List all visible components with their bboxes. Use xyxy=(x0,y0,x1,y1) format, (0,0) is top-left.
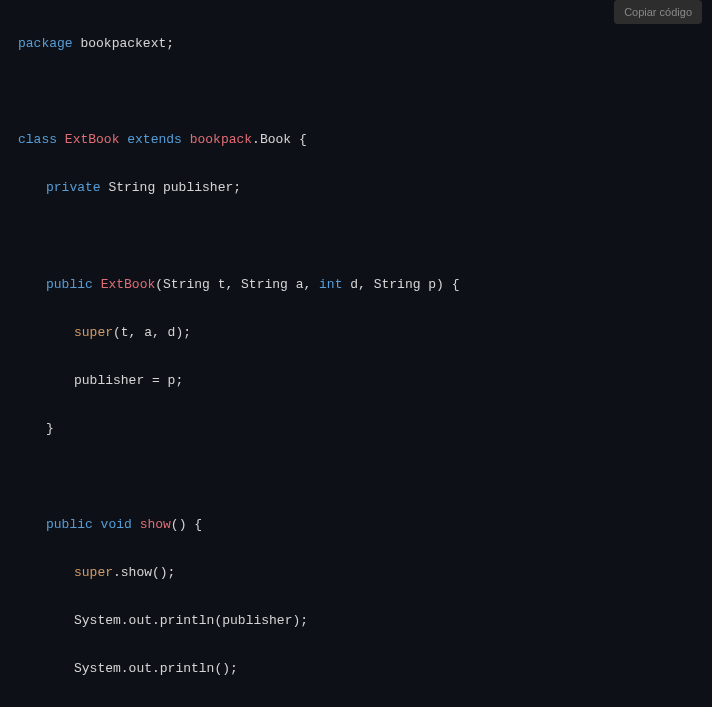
method-call: .show(); xyxy=(113,565,175,580)
keyword-void: void xyxy=(93,517,132,532)
keyword-super: super xyxy=(74,325,113,340)
code-text xyxy=(93,277,101,292)
code-line: super(t, a, d); xyxy=(18,321,694,345)
keyword-public: public xyxy=(46,517,93,532)
code-line: public void show() { xyxy=(18,513,694,537)
statement: System.out.println(publisher); xyxy=(74,613,308,628)
keyword-extends: extends xyxy=(127,132,182,147)
args: (t, a, d); xyxy=(113,325,191,340)
keyword-class: class xyxy=(18,132,57,147)
keyword-private: private xyxy=(46,180,101,195)
keyword-super: super xyxy=(74,565,113,580)
code-line: System.out.println(); xyxy=(18,657,694,681)
code-line-empty xyxy=(18,224,694,248)
brace: } xyxy=(46,421,54,436)
params: (String t, String a, xyxy=(155,277,319,292)
semicolon: ; xyxy=(166,36,174,51)
code-text xyxy=(182,132,190,147)
method-name: show xyxy=(140,517,171,532)
constructor-name: ExtBook xyxy=(101,277,156,292)
dot: . xyxy=(252,132,260,147)
class-ref: Book xyxy=(260,132,291,147)
class-name: ExtBook xyxy=(65,132,120,147)
code-line: package bookpackext; xyxy=(18,32,694,56)
brace: { xyxy=(291,132,307,147)
params: d, String p) { xyxy=(342,277,459,292)
statement: publisher = p; xyxy=(74,373,183,388)
code-line-empty xyxy=(18,80,694,104)
code-line: class ExtBook extends bookpack.Book { xyxy=(18,128,694,152)
copy-code-button[interactable]: Copiar código xyxy=(614,0,702,24)
code-text xyxy=(132,517,140,532)
keyword-int: int xyxy=(319,277,342,292)
package-ref: bookpack xyxy=(190,132,252,147)
code-line: super.show(); xyxy=(18,561,694,585)
code-line-empty xyxy=(18,465,694,489)
paren: () { xyxy=(171,517,202,532)
statement: System.out.println(); xyxy=(74,661,238,676)
code-block: package bookpackext; class ExtBook exten… xyxy=(0,0,712,707)
declaration: String publisher; xyxy=(101,180,241,195)
code-line: System.out.println(publisher); xyxy=(18,609,694,633)
code-line: publisher = p; xyxy=(18,369,694,393)
keyword-public: public xyxy=(46,277,93,292)
code-line: } xyxy=(18,417,694,441)
code-line: private String publisher; xyxy=(18,176,694,200)
keyword-package: package xyxy=(18,36,73,51)
code-line: public ExtBook(String t, String a, int d… xyxy=(18,273,694,297)
package-name: bookpackext xyxy=(80,36,166,51)
code-text xyxy=(57,132,65,147)
